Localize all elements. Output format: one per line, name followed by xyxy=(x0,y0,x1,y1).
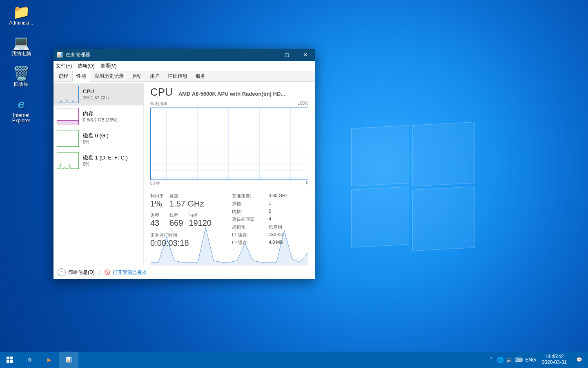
computer-icon: 💻 xyxy=(13,34,30,51)
titlebar[interactable]: 📊 任务管理器 ─ ▢ ✕ xyxy=(53,49,315,61)
sidebar-item-disk0[interactable]: 磁盘 0 (G:)0% xyxy=(53,128,143,150)
window-footer: ˄ 简略信息(D) | 🚫 打开资源监视器 xyxy=(53,265,315,279)
graph-ylabel: % 利用率 xyxy=(150,101,167,107)
user-folder-icon: 📁 xyxy=(13,3,30,20)
tab-processes[interactable]: 进程 xyxy=(54,71,72,82)
tray-language[interactable]: ENG xyxy=(523,357,539,363)
desktop-icon-computer[interactable]: 💻 我的电脑 xyxy=(5,34,38,56)
task-manager-window: 📊 任务管理器 ─ ▢ ✕ 文件(F) 选项(O) 查看(V) 进程 性能 应用… xyxy=(53,49,315,279)
tray-clock[interactable]: 13:45:42 2020-03-31 xyxy=(539,354,570,366)
media-player-icon: ▶ xyxy=(47,357,51,363)
cpu-utilization-graph[interactable] xyxy=(150,108,308,180)
taskbar-taskmanager[interactable]: 📊 xyxy=(59,352,78,368)
cpu-model: AMD A8-5600K APU with Radeon(tm) HD... xyxy=(178,91,308,97)
desktop-icon-ie[interactable]: e Internet Explorer xyxy=(5,96,38,123)
notification-icon: 💬 xyxy=(576,357,582,363)
graph-ymax: 100% xyxy=(298,101,308,107)
taskview-button[interactable]: ⧉ xyxy=(20,352,39,368)
perf-heading: CPU xyxy=(150,86,173,99)
tab-startup[interactable]: 启动 xyxy=(128,71,146,82)
menubar: 文件(F) 选项(O) 查看(V) xyxy=(53,61,315,71)
tray-volume-icon[interactable]: 🔉 xyxy=(505,352,514,368)
app-icon: 📊 xyxy=(53,52,66,58)
sidebar-item-memory[interactable]: 内存0.8/3.2 GB (25%) xyxy=(53,105,143,128)
disk-mini-graph-icon xyxy=(57,130,79,147)
tab-performance[interactable]: 性能 xyxy=(72,71,90,82)
menu-options[interactable]: 选项(O) xyxy=(78,63,94,70)
fewer-details-link[interactable]: 简略信息(D) xyxy=(68,269,95,276)
maximize-button[interactable]: ▢ xyxy=(277,49,296,61)
taskview-icon: ⧉ xyxy=(28,357,31,363)
svg-marker-0 xyxy=(151,228,308,265)
svg-rect-2 xyxy=(10,357,13,359)
menu-view[interactable]: 查看(V) xyxy=(100,63,117,70)
memory-mini-graph-icon xyxy=(57,108,79,125)
perf-sidebar: CPU1% 1.57 GHz 内存0.8/3.2 GB (25%) 磁盘 0 (… xyxy=(53,82,144,265)
start-button[interactable] xyxy=(0,352,20,368)
sidebar-item-cpu[interactable]: CPU1% 1.57 GHz xyxy=(53,83,143,105)
windows-logo xyxy=(351,127,474,249)
resmon-icon: 🚫 xyxy=(104,269,110,275)
tray-chevron-up-icon[interactable]: ˄ xyxy=(487,352,496,368)
tab-users[interactable]: 用户 xyxy=(146,71,164,82)
svg-rect-4 xyxy=(10,360,13,363)
tray-ime-icon[interactable]: ⌨ xyxy=(514,352,523,368)
sidebar-item-disk1[interactable]: 磁盘 1 (D: E: F: C:)0% xyxy=(53,150,143,172)
task-manager-icon: 📊 xyxy=(66,357,72,363)
taskbar-wmp[interactable]: ▶ xyxy=(39,352,59,368)
action-center-button[interactable]: 💬 xyxy=(570,352,588,368)
open-resmon-link[interactable]: 打开资源监视器 xyxy=(113,269,147,276)
internet-explorer-icon: e xyxy=(13,96,30,113)
perf-main: CPU AMD A8-5600K APU with Radeon(tm) HD.… xyxy=(144,82,315,265)
close-button[interactable]: ✕ xyxy=(296,49,315,61)
window-title: 任务管理器 xyxy=(66,52,258,58)
svg-rect-1 xyxy=(7,357,9,359)
taskbar: ⧉ ▶ 📊 ˄ 🌐 🔉 ⌨ ENG 13:45:42 2020-03-31 💬 xyxy=(0,352,588,368)
tray-network-icon[interactable]: 🌐 xyxy=(496,352,505,368)
tab-app-history[interactable]: 应用历史记录 xyxy=(90,71,128,82)
minimize-button[interactable]: ─ xyxy=(258,49,277,61)
cpu-mini-graph-icon xyxy=(57,86,79,103)
disk-mini-graph-icon xyxy=(57,152,79,169)
tab-services[interactable]: 服务 xyxy=(192,71,209,82)
desktop-icon-recycle[interactable]: 🗑️ 回收站 xyxy=(5,65,38,87)
desktop-icon-label: Internet Explorer xyxy=(12,113,31,123)
desktop-icon-administrator[interactable]: 📁 Administr... xyxy=(5,3,38,26)
menu-file[interactable]: 文件(F) xyxy=(56,63,72,70)
tabstrip: 进程 性能 应用历史记录 启动 用户 详细信息 服务 xyxy=(53,71,315,82)
recycle-bin-icon: 🗑️ xyxy=(13,65,30,82)
chevron-up-icon[interactable]: ˄ xyxy=(58,268,66,276)
tab-details[interactable]: 详细信息 xyxy=(164,71,192,82)
svg-rect-3 xyxy=(7,360,9,363)
